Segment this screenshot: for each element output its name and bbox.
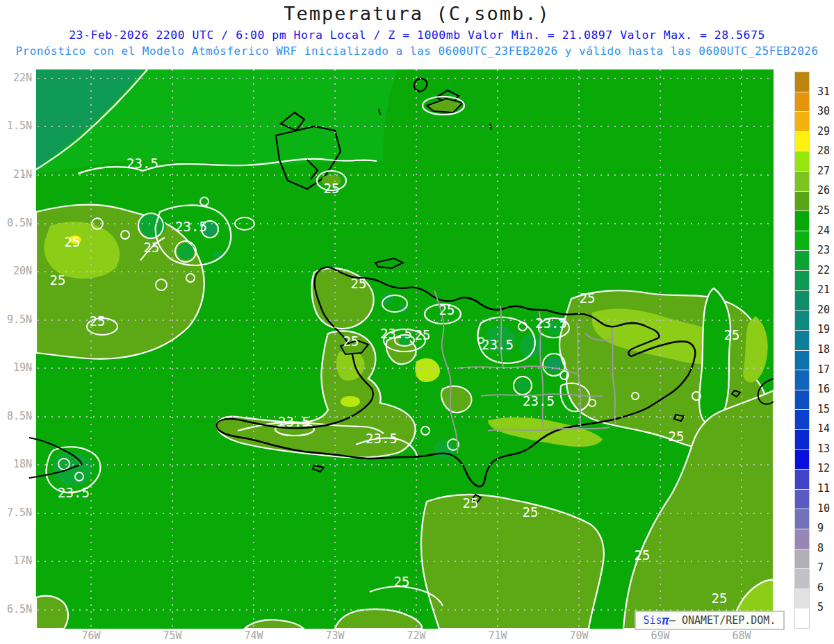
colorbar-cell	[795, 509, 809, 529]
lon-tick-label: 75W	[157, 629, 188, 642]
colorbar-tick-label: 18	[817, 343, 830, 356]
colorbar-tick-label: 17	[817, 363, 830, 376]
colorbar-tick-label: 28	[817, 145, 830, 157]
colorbar-cell	[795, 192, 809, 212]
colorbar-tick-label: 5	[817, 601, 824, 613]
colorbar-cell	[795, 550, 809, 570]
colorbar-tick-label: 9	[817, 522, 824, 534]
lat-tick-label: 0.5N	[0, 217, 32, 229]
contour-label: 23.5	[523, 393, 555, 408]
colorbar-cell	[795, 390, 809, 411]
contour-label: 25	[463, 495, 479, 511]
colorbar-tick-label: 26	[817, 184, 830, 197]
subtitle-datetime: 23-Feb-2026 2200 UTC / 6:00 pm Hora Loca…	[0, 28, 834, 42]
contour-label: 25	[65, 234, 81, 249]
colorbar-tick-label: 23	[817, 244, 830, 256]
colorbar-cell	[795, 490, 809, 510]
colorbar-cell	[795, 72, 809, 92]
sispi-logo-text: Sis	[644, 614, 662, 627]
watermark-org-label: – ONAMET/REP.DOM.	[669, 614, 776, 627]
colorbar-tick-label: 19	[817, 323, 830, 336]
contour-label: 23.5	[58, 485, 90, 500]
contour-label: 25	[635, 547, 651, 563]
colorbar-cell	[795, 609, 809, 628]
lat-tick-label: 9.5N	[0, 313, 32, 326]
contour-label: 25	[394, 574, 410, 589]
colorbar-cell	[795, 529, 809, 550]
contour-label: 25	[415, 327, 431, 342]
colorbar-tick-label: 29	[817, 125, 830, 138]
lon-tick-label: 76W	[76, 629, 106, 642]
colorbar-cell	[795, 172, 809, 192]
branding-watermark: Sisπ – ONAMET/REP.DOM.	[635, 611, 785, 630]
colorbar-cell	[795, 370, 809, 390]
colorbar-tick-label: 13	[817, 443, 830, 455]
lat-tick-label: 21N	[0, 168, 32, 181]
contour-label: 25	[669, 429, 685, 444]
colorbar-tick-label: 15	[817, 403, 830, 415]
colorbar-cell	[795, 450, 809, 470]
lon-tick-label: 72W	[401, 629, 432, 642]
contour-label: 25	[712, 591, 728, 606]
contour-label: 25	[724, 327, 740, 342]
colorbar-cell	[795, 351, 809, 371]
contour-label: 23.5	[535, 315, 567, 331]
contour-label: 25	[50, 272, 66, 288]
lat-tick-label: 7.5N	[0, 506, 32, 519]
colorbar-tick-label: 31	[817, 85, 830, 98]
colorbar-tick-label: 10	[817, 502, 830, 515]
colorbar-tick-label: 24	[817, 224, 830, 237]
lat-tick-label: 20N	[0, 265, 32, 277]
lat-tick-label: 22N	[0, 72, 32, 84]
contour-label: 25	[90, 313, 106, 329]
colorbar-tick-label: 16	[817, 383, 830, 395]
lat-tick-label: 6.5N	[0, 603, 32, 616]
contour-label: 23.5	[482, 337, 514, 352]
lat-tick-label: 17N	[0, 554, 32, 567]
colorbar-tick-label: 11	[817, 482, 830, 495]
contour-label: 25	[580, 290, 596, 306]
colorbar-cell	[795, 132, 809, 152]
colorbar-tick-label: 7	[817, 561, 824, 574]
contour-label: 25	[439, 302, 455, 317]
colorbar-tick-label: 25	[817, 204, 830, 217]
colorbar-tick-label: 8	[817, 542, 824, 554]
colorbar-tick-label: 27	[817, 165, 830, 177]
contour-label: 25	[523, 504, 539, 520]
colorbar-cell	[795, 112, 809, 132]
contour-label: 23.5	[278, 414, 310, 429]
colorbar-cell	[795, 589, 809, 609]
lat-tick-label: 8.5N	[0, 410, 32, 422]
lon-tick-label: 73W	[320, 629, 350, 642]
contour-label: 25	[324, 181, 340, 196]
lon-tick-label: 71W	[482, 629, 513, 642]
colorbar-cell	[795, 151, 809, 172]
page-title: Temperatura (C,somb.)	[0, 3, 834, 24]
colorbar-cell	[795, 291, 809, 311]
colorbar-cell	[795, 271, 809, 291]
contour-label: 25	[144, 240, 160, 255]
colorbar-cell	[795, 430, 809, 450]
contour-label: 25	[343, 333, 359, 349]
colorbar-tick-label: 30	[817, 105, 830, 117]
lon-tick-label: 68W	[726, 629, 757, 642]
colorbar-cell	[795, 92, 809, 113]
colorbar-cell	[795, 231, 809, 251]
colorbar-tick-label: 21	[817, 283, 830, 296]
subtitle-model-run: Pronóstico con el Modelo Atmósferico WRF…	[0, 44, 834, 58]
colorbar-tick-label: 20	[817, 304, 830, 316]
lon-tick-label: 74W	[238, 629, 269, 642]
colorbar-cell	[795, 470, 809, 490]
contour-label: 23.5	[126, 156, 158, 171]
contour-label: 23.5	[366, 431, 398, 446]
weather-map-page: Temperatura (C,somb.) 23-Feb-2026 2200 U…	[0, 0, 834, 644]
contour-label: 23.5	[175, 219, 207, 234]
contour-label: 23.5	[380, 326, 412, 341]
lon-tick-label: 70W	[564, 629, 594, 642]
contour-label: 25	[351, 276, 367, 291]
colorbar-cell	[795, 569, 809, 589]
colorbar-tick-label: 12	[817, 462, 830, 474]
lat-tick-label: 19N	[0, 361, 32, 374]
colorbar-tick-label: 14	[817, 422, 830, 435]
colorbar-cell	[795, 311, 809, 331]
